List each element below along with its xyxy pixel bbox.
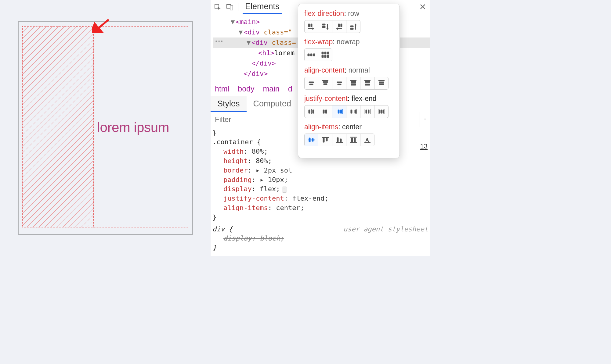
svg-rect-23 [327, 55, 329, 58]
ua-rule-selector: div { [212, 225, 233, 234]
svg-rect-17 [313, 54, 315, 56]
css-val[interactable]: flex; [260, 185, 280, 193]
svg-line-1 [96, 20, 109, 30]
svg-rect-12 [341, 24, 342, 27]
flex-option-justify-content-4[interactable] [360, 105, 374, 118]
crumb-html[interactable]: html [215, 84, 229, 93]
svg-rect-46 [313, 110, 314, 113]
annotation-arrow-overlay [92, 18, 110, 33]
flex-editor-row-align-items: align-items: centerA [304, 123, 393, 146]
css-val[interactable]: 10px; [268, 176, 288, 184]
flex-option-justify-content-3[interactable] [346, 105, 360, 118]
svg-rect-27 [323, 81, 328, 83]
css-prop[interactable]: display [223, 185, 252, 193]
svg-rect-64 [383, 110, 384, 113]
svg-rect-50 [338, 110, 339, 113]
flex-option-align-items-4[interactable]: A [360, 134, 374, 146]
device-toggle-icon[interactable] [226, 3, 234, 11]
svg-rect-16 [310, 54, 312, 56]
svg-rect-77 [354, 138, 356, 142]
flex-option-justify-content-5[interactable] [374, 105, 389, 118]
flex-option-justify-content-1[interactable] [318, 105, 332, 118]
svg-rect-70 [323, 138, 324, 142]
css-prop[interactable]: align-items [223, 204, 268, 212]
flex-option-justify-content-2[interactable] [332, 105, 346, 118]
flex-option-flex-direction-0[interactable] [304, 20, 318, 33]
svg-rect-51 [340, 110, 342, 113]
inspect-element-icon[interactable] [214, 3, 222, 11]
flex-prop-name: flex-wrap [304, 38, 333, 46]
flex-editor-row-flex-wrap: flex-wrap: nowrap [304, 38, 393, 61]
css-prop[interactable]: justify-content [223, 194, 284, 202]
flex-prop-name: justify-content [304, 95, 348, 102]
svg-rect-41 [379, 82, 384, 83]
svg-rect-48 [323, 110, 324, 113]
css-prop[interactable]: border [223, 166, 248, 174]
tab-styles[interactable]: Styles [211, 96, 247, 112]
svg-rect-15 [308, 54, 309, 56]
ua-stylesheet-note: user agent stylesheet [343, 225, 428, 234]
svg-rect-73 [340, 139, 342, 142]
flex-option-flex-direction-1[interactable] [318, 20, 332, 33]
svg-rect-67 [309, 138, 310, 142]
tab-elements[interactable]: Elements [243, 0, 282, 14]
flex-option-align-items-1[interactable] [318, 134, 332, 146]
svg-rect-54 [351, 110, 352, 113]
css-val[interactable]: 80%; [256, 157, 272, 165]
svg-rect-18 [322, 52, 324, 54]
svg-rect-29 [337, 82, 342, 83]
flex-option-justify-content-0[interactable] [304, 105, 318, 118]
crumb-body[interactable]: body [238, 84, 254, 93]
crumb-main[interactable]: main [263, 84, 279, 93]
svg-rect-13 [350, 26, 353, 27]
svg-rect-62 [379, 110, 380, 113]
flex-editor-popover[interactable]: flex-direction: rowflex-wrap: nowrapalig… [298, 4, 400, 158]
flex-option-align-content-4[interactable] [360, 77, 374, 90]
css-prop[interactable]: padding [223, 176, 252, 184]
svg-rect-37 [365, 81, 370, 83]
svg-rect-34 [351, 84, 356, 85]
flex-option-align-content-3[interactable] [346, 77, 360, 90]
svg-rect-63 [381, 110, 382, 113]
flex-option-align-content-1[interactable] [318, 77, 332, 90]
close-icon[interactable] [420, 4, 426, 11]
css-val[interactable]: 2px sol [264, 166, 292, 174]
flex-prop-name: align-content [304, 66, 345, 74]
svg-rect-42 [379, 84, 384, 85]
flex-badge-icon[interactable]: ⠿ [282, 187, 287, 192]
svg-rect-68 [312, 138, 313, 141]
source-line-link[interactable]: 13 [420, 142, 428, 151]
flex-option-flex-direction-2[interactable] [332, 20, 346, 33]
svg-rect-45 [309, 110, 310, 113]
flex-option-align-items-0[interactable] [304, 134, 318, 146]
tab-computed[interactable]: Computed [247, 96, 298, 112]
css-val[interactable]: 80%; [252, 148, 268, 155]
hov-toggle-icon[interactable]: ⠿ [420, 112, 430, 127]
flex-option-flex-direction-3[interactable] [346, 20, 360, 33]
flex-option-align-content-2[interactable] [332, 77, 346, 90]
svg-rect-30 [338, 84, 341, 85]
flex-prop-value: center [342, 123, 362, 131]
flex-prop-name: flex-direction [304, 9, 344, 17]
svg-rect-25 [309, 84, 313, 85]
svg-rect-58 [366, 110, 367, 113]
css-prop[interactable]: width [223, 148, 244, 155]
css-val[interactable]: flex-end; [292, 194, 328, 202]
css-val[interactable]: center; [276, 204, 304, 212]
flex-option-flex-wrap-0[interactable] [304, 48, 318, 61]
css-prop[interactable]: height [223, 157, 248, 165]
flex-option-align-content-5[interactable] [374, 77, 389, 90]
svg-rect-22 [324, 55, 326, 58]
svg-rect-19 [324, 52, 326, 54]
flex-option-align-content-0[interactable] [304, 77, 318, 90]
flex-prop-value: normal [348, 66, 370, 74]
svg-rect-8 [311, 24, 312, 27]
flex-prop-name: align-items [304, 123, 338, 131]
svg-rect-38 [365, 84, 370, 85]
flex-option-align-items-3[interactable] [346, 134, 360, 146]
flex-editor-row-justify-content: justify-content: flex-end [304, 95, 393, 118]
crumb-d[interactable]: d [288, 84, 292, 93]
flex-option-flex-wrap-1[interactable] [318, 48, 332, 61]
flex-editor-row-flex-direction: flex-direction: row [304, 9, 393, 33]
flex-option-align-items-2[interactable] [332, 134, 346, 146]
